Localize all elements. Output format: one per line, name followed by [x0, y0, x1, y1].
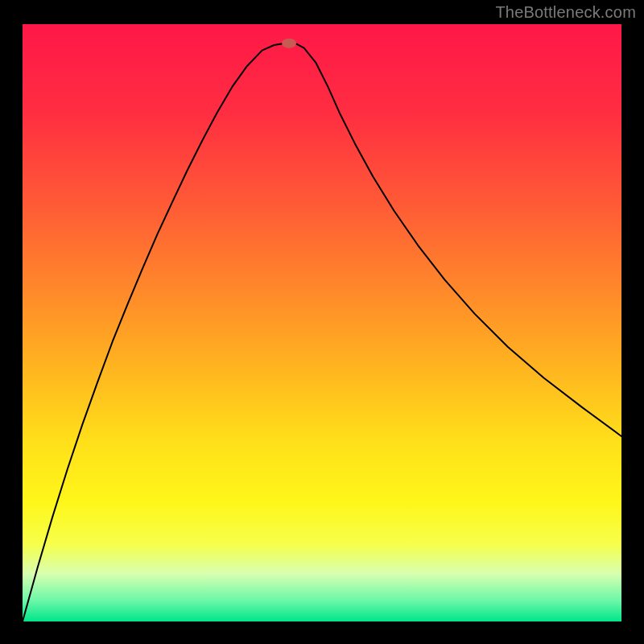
optimum-marker [282, 39, 296, 48]
watermark-text: TheBottleneck.com [495, 3, 636, 22]
gradient-background [23, 24, 621, 621]
chart-frame: TheBottleneck.com [0, 0, 644, 644]
bottleneck-chart [0, 0, 644, 644]
